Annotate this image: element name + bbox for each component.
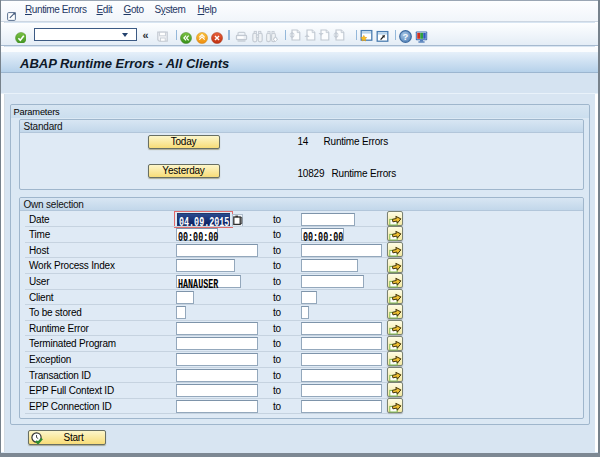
svg-text:?: ? xyxy=(402,30,408,41)
